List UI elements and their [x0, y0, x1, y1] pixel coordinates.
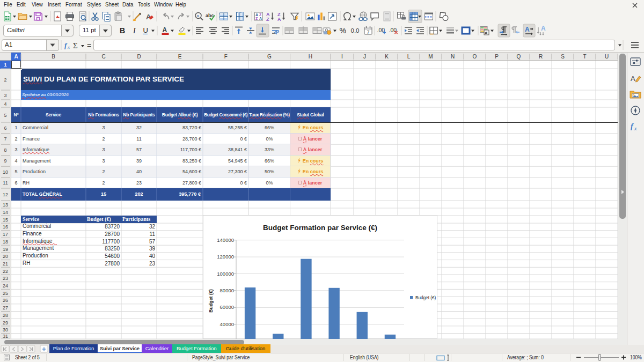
svg-text:120000: 120000 [217, 254, 234, 260]
svg-text:60000: 60000 [220, 304, 234, 310]
svg-text:100000: 100000 [217, 271, 234, 277]
svg-text:Budget (€): Budget (€) [415, 295, 436, 300]
svg-text:x: x [634, 125, 637, 131]
svg-text:40000: 40000 [220, 321, 234, 327]
svg-text:Budget (€): Budget (€) [208, 289, 214, 313]
svg-text:A: A [631, 75, 635, 83]
svg-text:80000: 80000 [220, 287, 234, 293]
svg-text:140000: 140000 [217, 237, 234, 243]
svg-text:Budget Formation par Service (: Budget Formation par Service (€) [263, 224, 377, 232]
svg-text:f: f [631, 122, 634, 130]
